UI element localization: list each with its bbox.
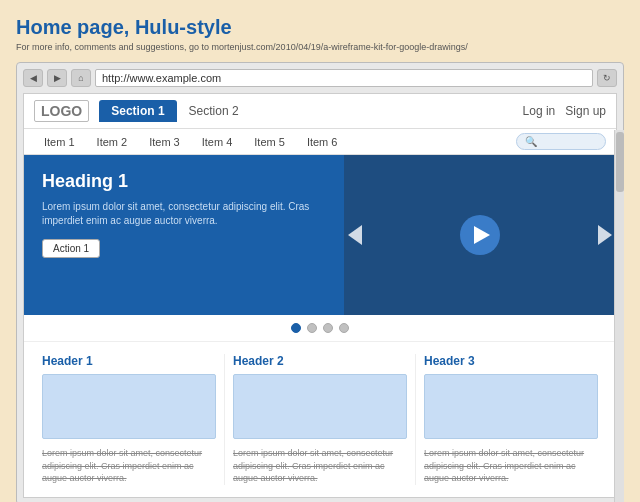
play-button[interactable]	[460, 215, 500, 255]
signup-link[interactable]: Sign up	[565, 104, 606, 118]
search-box[interactable]: 🔍	[516, 133, 606, 150]
carousel-dot-2[interactable]	[307, 323, 317, 333]
sec-item-1[interactable]: Item 1	[34, 134, 85, 150]
browser-toolbar: ◀ ▶ ⌂ ↻	[23, 69, 617, 87]
hero-video	[344, 155, 616, 315]
card-3-text: Lorem ipsum dolor sit amet, consectetur …	[424, 447, 598, 485]
sec-item-4[interactable]: Item 4	[192, 134, 243, 150]
hero-section: Heading 1 Lorem ipsum dolor sit amet, co…	[24, 155, 616, 315]
login-link[interactable]: Log in	[523, 104, 556, 118]
nav-bar: LOGO Section 1 Section 2 Log in Sign up	[24, 94, 616, 129]
sec-item-3[interactable]: Item 3	[139, 134, 190, 150]
action-button[interactable]: Action 1	[42, 239, 100, 258]
back-button[interactable]: ◀	[23, 69, 43, 87]
scrollbar[interactable]	[614, 130, 624, 502]
card-2-header: Header 2	[233, 354, 407, 368]
card-3-header: Header 3	[424, 354, 598, 368]
page-title: Home page, Hulu-style	[16, 16, 624, 39]
card-3: Header 3 Lorem ipsum dolor sit amet, con…	[415, 354, 606, 485]
cards-section: Header 1 Lorem ipsum dolor sit amet, con…	[24, 342, 616, 497]
carousel-next-arrow[interactable]	[598, 225, 612, 245]
carousel-prev-arrow[interactable]	[348, 225, 362, 245]
address-bar[interactable]	[95, 69, 593, 87]
carousel-dot-1[interactable]	[291, 323, 301, 333]
forward-button[interactable]: ▶	[47, 69, 67, 87]
browser-content: LOGO Section 1 Section 2 Log in Sign up …	[23, 93, 617, 498]
nav-tab-section2[interactable]: Section 2	[177, 100, 251, 122]
home-button[interactable]: ⌂	[71, 69, 91, 87]
card-1-image	[42, 374, 216, 439]
sec-item-5[interactable]: Item 5	[244, 134, 295, 150]
hero-content: Heading 1 Lorem ipsum dolor sit amet, co…	[24, 155, 344, 315]
page-subtitle: For more info, comments and suggestions,…	[16, 42, 624, 52]
carousel-dot-4[interactable]	[339, 323, 349, 333]
card-2-image	[233, 374, 407, 439]
card-1-text: Lorem ipsum dolor sit amet, consectetur …	[42, 447, 216, 485]
carousel-dot-3[interactable]	[323, 323, 333, 333]
hero-text: Lorem ipsum dolor sit amet, consectetur …	[42, 200, 326, 228]
nav-tab-section1[interactable]: Section 1	[99, 100, 176, 122]
hero-heading: Heading 1	[42, 171, 326, 192]
search-icon: 🔍	[525, 136, 537, 147]
card-1-header: Header 1	[42, 354, 216, 368]
carousel-dots	[24, 315, 616, 342]
card-2-text: Lorem ipsum dolor sit amet, consectetur …	[233, 447, 407, 485]
reload-button[interactable]: ↻	[597, 69, 617, 87]
play-icon	[474, 226, 490, 244]
logo: LOGO	[34, 100, 89, 122]
sec-item-2[interactable]: Item 2	[87, 134, 138, 150]
nav-right: Log in Sign up	[523, 104, 606, 118]
card-3-image	[424, 374, 598, 439]
secondary-nav: Item 1 Item 2 Item 3 Item 4 Item 5 Item …	[24, 129, 616, 155]
card-2: Header 2 Lorem ipsum dolor sit amet, con…	[224, 354, 415, 485]
card-1: Header 1 Lorem ipsum dolor sit amet, con…	[34, 354, 224, 485]
scrollbar-thumb[interactable]	[616, 132, 624, 192]
sec-item-6[interactable]: Item 6	[297, 134, 348, 150]
